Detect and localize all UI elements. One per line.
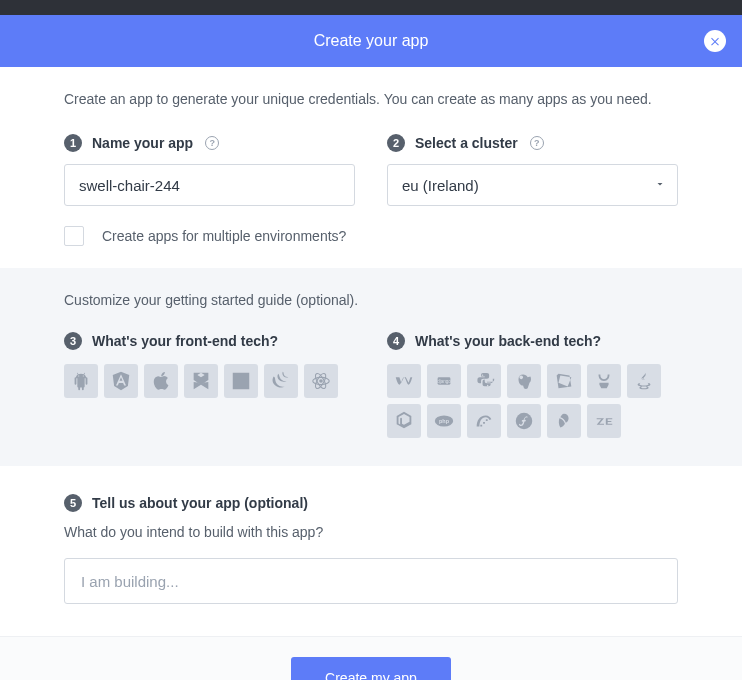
- modal-viewport[interactable]: Create your app Create an app to generat…: [0, 0, 742, 680]
- help-icon[interactable]: ?: [530, 136, 544, 150]
- customize-text: Customize your getting started guide (op…: [64, 292, 678, 308]
- svg-text:django: django: [437, 379, 451, 384]
- nodejs-icon: [393, 410, 415, 432]
- intro-section: Create an app to generate your unique cr…: [0, 67, 742, 268]
- tech-symfony[interactable]: [507, 404, 541, 438]
- name-field-label: Name your app: [92, 135, 193, 151]
- backend-label: What's your back-end tech?: [415, 333, 601, 349]
- modal-title: Create your app: [314, 32, 429, 50]
- app-name-input[interactable]: [64, 164, 355, 206]
- name-field-group: 1 Name your app ?: [64, 134, 355, 206]
- frontend-label: What's your front-end tech?: [92, 333, 278, 349]
- tell-label: Tell us about your app (optional): [92, 495, 308, 511]
- tech-yii[interactable]: [547, 404, 581, 438]
- create-app-modal: Create your app Create an app to generat…: [0, 15, 742, 680]
- tech-grails[interactable]: [587, 364, 621, 398]
- tech-django[interactable]: django: [427, 364, 461, 398]
- backend-tech-group: 4 What's your back-end tech? django php: [387, 332, 678, 438]
- intro-text: Create an app to generate your unique cr…: [64, 89, 678, 110]
- step-badge-2: 2: [387, 134, 405, 152]
- modal-footer: Create my app: [0, 636, 742, 680]
- svg-point-0: [319, 379, 323, 383]
- help-icon[interactable]: ?: [205, 136, 219, 150]
- tech-python[interactable]: [467, 364, 501, 398]
- tech-rails[interactable]: [467, 404, 501, 438]
- react-icon: [310, 370, 332, 392]
- tech-nodejs[interactable]: [387, 404, 421, 438]
- backdrop-gap: [0, 0, 742, 15]
- step-badge-5: 5: [64, 494, 82, 512]
- frontend-tech-grid: [64, 364, 355, 398]
- tech-ruby[interactable]: [547, 364, 581, 398]
- step-badge-3: 3: [64, 332, 82, 350]
- tech-dotnet[interactable]: [387, 364, 421, 398]
- cluster-select[interactable]: eu (Ireland): [387, 164, 678, 206]
- jquery-icon: [270, 370, 292, 392]
- tech-backbone[interactable]: [184, 364, 218, 398]
- android-icon: [70, 370, 92, 392]
- frontend-tech-group: 3 What's your front-end tech?: [64, 332, 355, 438]
- tech-zend[interactable]: [587, 404, 621, 438]
- customize-section: Customize your getting started guide (op…: [0, 268, 742, 466]
- backend-tech-grid: django php: [387, 364, 678, 438]
- java-icon: [633, 370, 655, 392]
- tech-java[interactable]: [627, 364, 661, 398]
- close-button[interactable]: [704, 30, 726, 52]
- dotnet-icon: [393, 370, 415, 392]
- ruby-icon: [553, 370, 575, 392]
- tech-php[interactable]: php: [427, 404, 461, 438]
- django-icon: django: [433, 370, 455, 392]
- tech-javascript[interactable]: [224, 364, 258, 398]
- rails-icon: [473, 410, 495, 432]
- tech-jquery[interactable]: [264, 364, 298, 398]
- tell-subtext: What do you intend to build with this ap…: [64, 524, 678, 540]
- cluster-selected-value: eu (Ireland): [402, 177, 479, 194]
- tech-react[interactable]: [304, 364, 338, 398]
- tech-android[interactable]: [64, 364, 98, 398]
- javascript-icon: [230, 370, 252, 392]
- cluster-field-group: 2 Select a cluster ? eu (Ireland): [387, 134, 678, 206]
- apple-icon: [150, 370, 172, 392]
- step-badge-1: 1: [64, 134, 82, 152]
- svg-text:php: php: [439, 418, 450, 424]
- symfony-icon: [513, 410, 535, 432]
- go-icon: [513, 370, 535, 392]
- zend-icon: [593, 410, 615, 432]
- yii-icon: [553, 410, 575, 432]
- grails-icon: [593, 370, 615, 392]
- backbone-icon: [190, 370, 212, 392]
- tech-apple[interactable]: [144, 364, 178, 398]
- tech-go[interactable]: [507, 364, 541, 398]
- python-icon: [473, 370, 495, 392]
- step-badge-4: 4: [387, 332, 405, 350]
- multi-env-checkbox[interactable]: [64, 226, 84, 246]
- multi-env-label: Create apps for multiple environments?: [102, 228, 346, 244]
- php-icon: php: [433, 410, 455, 432]
- tech-angular[interactable]: [104, 364, 138, 398]
- angular-icon: [110, 370, 132, 392]
- create-app-button[interactable]: Create my app: [291, 657, 451, 680]
- modal-header: Create your app: [0, 15, 742, 67]
- app-description-input[interactable]: [64, 558, 678, 604]
- tell-section: 5 Tell us about your app (optional) What…: [0, 466, 742, 636]
- close-icon: [709, 35, 721, 47]
- cluster-field-label: Select a cluster: [415, 135, 518, 151]
